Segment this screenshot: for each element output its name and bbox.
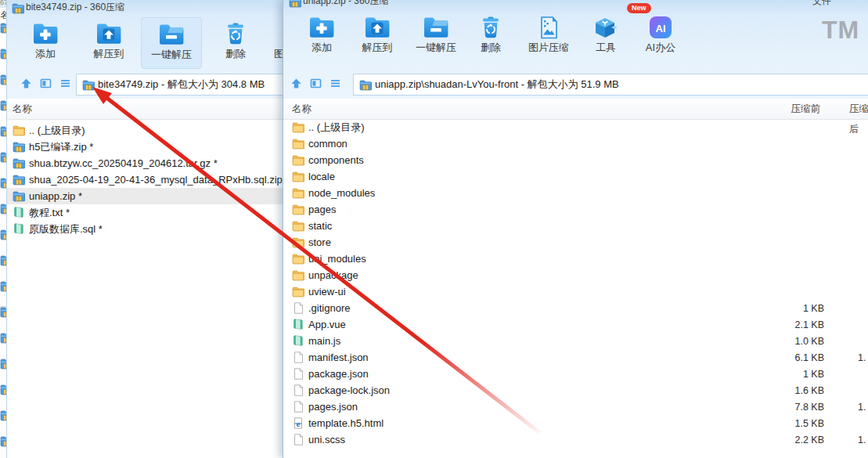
file-row[interactable]: package.json1 KB <box>283 366 868 382</box>
file-row[interactable]: shua_2025-04-19_20-41-36_mysql_data_RPxH… <box>7 171 283 188</box>
file-row[interactable]: .gitignore1 KB <box>283 300 868 316</box>
size-before: 1 KB <box>706 303 824 314</box>
size-before: 6.1 KB <box>706 352 824 363</box>
one-click-extract-button[interactable]: 一键解压 <box>141 17 202 69</box>
file-row[interactable]: .. (上级目录) <box>7 122 283 139</box>
doc-icon <box>292 302 304 314</box>
zip-icon <box>13 190 25 202</box>
file-row[interactable]: etemplate.h5.html1.5 KB <box>283 415 868 431</box>
extract-to-label: 解压到 <box>79 48 139 60</box>
file-name: pages.json <box>308 401 358 413</box>
list-view-icon[interactable] <box>59 78 71 89</box>
file-row[interactable]: uni.scss2.2 KB1. <box>283 431 868 448</box>
file-row[interactable]: App.vue2.1 KB <box>283 316 868 333</box>
file-row[interactable]: shua.btzyw.cc_20250419_204612.tar.gz * <box>7 155 283 171</box>
file-row[interactable]: uview-ui <box>283 283 868 300</box>
extract-to-folder-icon <box>363 15 391 41</box>
trash-icon <box>222 21 250 47</box>
background-zip-icon <box>0 99 6 110</box>
column-before-compress[interactable]: 压缩前 <box>706 99 820 119</box>
file-row[interactable]: unpackage <box>283 267 868 283</box>
right-titlebar[interactable]: uniapp.zip - 360压缩 文件 <box>283 0 868 8</box>
size-after: 1. <box>858 435 866 445</box>
file-name: uview-ui <box>308 286 346 298</box>
doc-icon <box>292 368 304 380</box>
size-before: 1.6 KB <box>706 385 824 396</box>
file-name: unpackage <box>308 269 358 281</box>
file-row[interactable]: store <box>283 234 868 251</box>
file-row[interactable]: package-lock.json1.6 KB <box>283 382 868 398</box>
one-click-extract-folder-icon <box>157 22 185 48</box>
delete-label: 删除 <box>206 48 265 60</box>
background-zip-icon <box>0 177 6 187</box>
archive-path-field[interactable]: uniapp.zip\shuadan-LvYou-front - 解包大小为 5… <box>353 74 868 96</box>
list-header[interactable]: 名称 压缩前 压缩后 <box>283 99 868 120</box>
file-menu[interactable]: 文件 <box>812 0 831 8</box>
list-header[interactable]: 名称 <box>7 99 283 120</box>
up-level-icon[interactable] <box>20 78 32 89</box>
tools-button[interactable]: 工具 <box>576 11 636 61</box>
file-row[interactable]: pages <box>283 201 868 218</box>
archive-window-bite34749: bite34749.zip - 360压缩 添加 解压到 一键解压 删除 图片压… <box>6 0 283 458</box>
background-zip-icon <box>0 332 6 342</box>
image-compress-label: 图片压缩 <box>519 41 578 53</box>
doc-icon <box>292 434 304 445</box>
file-row[interactable]: uniapp.zip * <box>7 188 283 204</box>
file-name: main.js <box>308 335 340 347</box>
add-label: 添加 <box>292 41 351 53</box>
file-row[interactable]: 原版数据库.sql * <box>7 221 283 237</box>
background-zip-icon <box>0 74 6 84</box>
delete-button[interactable]: 删除 <box>461 11 520 61</box>
background-overflow-text: 67 <box>0 0 6 6</box>
doc-icon <box>292 384 304 396</box>
file-name: shua_2025-04-19_20-41-36_mysql_data_RPxH… <box>29 174 283 186</box>
file-name: 原版数据库.sql * <box>29 222 103 236</box>
image-compress-button-partial[interactable]: 图片压缩 <box>265 17 283 67</box>
tools-cube-icon <box>592 15 620 41</box>
zip-file-icon <box>12 2 23 13</box>
delete-button[interactable]: 删除 <box>206 17 265 67</box>
preview-pane-icon[interactable] <box>310 78 322 89</box>
file-row[interactable]: components <box>283 152 868 168</box>
zip-icon <box>13 174 25 186</box>
folder-icon <box>292 236 304 248</box>
file-row[interactable]: static <box>283 218 868 234</box>
file-row[interactable]: uni_modules <box>283 251 868 267</box>
up-level-icon[interactable] <box>290 78 302 89</box>
column-name[interactable]: 名称 <box>7 103 32 114</box>
add-button[interactable]: 添加 <box>292 11 351 61</box>
image-compress-button[interactable]: 图片压缩 <box>519 11 578 61</box>
file-row[interactable]: main.js1.0 KB <box>283 333 868 349</box>
ai-office-button[interactable]: AI AI办公 <box>631 11 690 61</box>
file-row[interactable]: .. (上级目录) <box>283 119 868 135</box>
add-button[interactable]: 添加 <box>16 17 75 67</box>
preview-pane-icon[interactable] <box>40 78 52 89</box>
file-row[interactable]: node_modules <box>283 185 868 201</box>
add-label: 添加 <box>16 48 75 60</box>
note-icon <box>292 335 304 347</box>
column-name[interactable]: 名称 <box>283 103 312 114</box>
file-row[interactable]: locale <box>283 168 868 185</box>
folder-icon <box>292 187 304 199</box>
background-zip-icon <box>0 409 6 420</box>
file-list: 名称 压缩前 压缩后 .. (上级目录)commoncomponentsloca… <box>283 99 868 458</box>
one-click-extract-button[interactable]: 一键解压 <box>406 11 466 61</box>
file-row[interactable]: pages.json7.8 KB1. <box>283 398 868 415</box>
file-name: pages <box>308 204 336 215</box>
extract-to-button[interactable]: 解压到 <box>348 11 407 61</box>
zip-file-icon <box>359 79 371 90</box>
delete-label: 删除 <box>461 41 520 53</box>
background-zip-icon <box>0 125 6 135</box>
file-row[interactable]: 教程.txt * <box>7 204 283 221</box>
file-row[interactable]: manifest.json6.1 KB1. <box>283 349 868 366</box>
archive-path-field[interactable]: bite34749.zip - 解包大小为 304.8 MB <box>76 74 283 96</box>
extract-to-button[interactable]: 解压到 <box>79 17 139 67</box>
file-name: store <box>308 236 331 248</box>
one-click-extract-folder-icon <box>422 15 450 41</box>
file-name: .gitignore <box>308 302 350 314</box>
file-row[interactable]: h5已编译.zip * <box>7 139 283 155</box>
file-name: package-lock.json <box>308 384 390 396</box>
list-view-icon[interactable] <box>330 78 341 89</box>
file-row[interactable]: common <box>283 135 868 152</box>
left-titlebar[interactable]: bite34749.zip - 360压缩 <box>7 0 283 14</box>
